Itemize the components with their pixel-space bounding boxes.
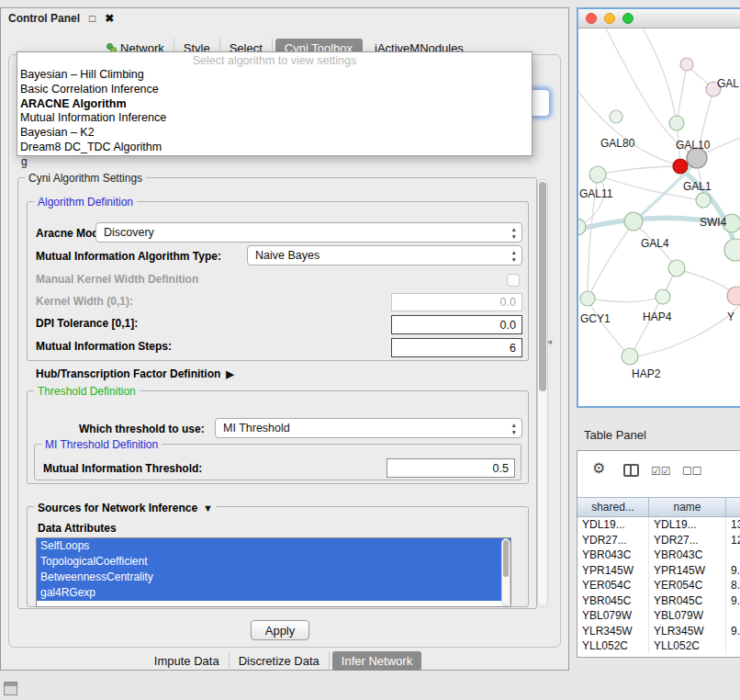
table-row[interactable]: YER054CYER054C8. bbox=[577, 578, 740, 593]
table-row[interactable]: YPR145WYPR145W9. bbox=[577, 563, 740, 579]
network-canvas[interactable]: GALGAL80GAL10GAL11GAL1SWI4GAL4GCY1HAP4YH… bbox=[578, 28, 740, 406]
network-node[interactable] bbox=[656, 289, 670, 304]
table-cell: YLL052C bbox=[577, 638, 649, 654]
close-icon[interactable]: ✖ bbox=[105, 12, 114, 25]
network-edge[interactable] bbox=[677, 66, 687, 123]
control-panel-titlebar[interactable]: Control Panel □ ✖ bbox=[1, 8, 568, 28]
network-node[interactable] bbox=[696, 193, 711, 208]
sources-toggle[interactable]: Sources for Network Inference ▼ bbox=[34, 501, 217, 515]
minimized-panel-icon[interactable] bbox=[4, 682, 17, 695]
network-node[interactable] bbox=[724, 239, 740, 261]
algorithm-option[interactable]: ARACNE Algorithm bbox=[17, 97, 532, 112]
data-attributes-label: Data Attributes bbox=[38, 522, 117, 535]
network-node[interactable] bbox=[578, 219, 586, 235]
kernel-width-label: Kernel Width (0,1): bbox=[36, 295, 133, 308]
popup-placeholder: Select algorithm to view settings bbox=[17, 53, 532, 68]
network-view-window: GALGAL80GAL10GAL11GAL1SWI4GAL4GCY1HAP4YH… bbox=[577, 7, 740, 408]
network-node[interactable] bbox=[622, 348, 638, 365]
table-cell: YBR045C bbox=[649, 593, 726, 609]
settings-scrollbar-thumb[interactable] bbox=[539, 182, 546, 391]
dpi-tolerance-field[interactable]: 0.0 bbox=[391, 315, 522, 334]
network-node[interactable] bbox=[669, 116, 684, 130]
network-node[interactable] bbox=[580, 291, 595, 306]
table-cell: 12 bbox=[726, 533, 740, 548]
mi-algorithm-type-label: Mutual Information Algorithm Type: bbox=[36, 250, 221, 263]
zoom-traffic-light-icon[interactable] bbox=[622, 13, 633, 24]
tab-infer-network[interactable]: Infer Network bbox=[332, 651, 421, 671]
table-row[interactable]: YBR043CYBR043C bbox=[577, 548, 740, 563]
table-cell: YBL079W bbox=[649, 608, 726, 624]
table-cell: YDL19... bbox=[649, 517, 726, 533]
tab-impute-data[interactable]: Impute Data bbox=[145, 651, 230, 671]
dpi-tolerance-label: DPI Tolerance [0,1]: bbox=[36, 317, 138, 330]
table-row[interactable]: YLL052CYLL052C bbox=[577, 638, 740, 654]
gear-icon[interactable]: ⚙ bbox=[592, 461, 605, 476]
column-header[interactable] bbox=[726, 498, 740, 516]
cyni-settings-title: Cyni Algorithm Settings bbox=[25, 172, 146, 185]
network-node[interactable] bbox=[673, 159, 688, 174]
algorithm-option[interactable]: Dream8 DC_TDC Algorithm bbox=[17, 141, 532, 155]
up-arrow-icon: ▲ bbox=[511, 422, 517, 429]
mi-threshold-field[interactable]: 0.5 bbox=[387, 458, 515, 478]
attribute-list-scrollbar[interactable] bbox=[501, 538, 510, 606]
which-threshold-select[interactable]: MI Threshold ▲ ▼ bbox=[215, 418, 522, 438]
network-edge[interactable] bbox=[589, 297, 662, 302]
network-node-label: GAL bbox=[717, 77, 739, 90]
apply-button[interactable]: Apply bbox=[251, 620, 309, 640]
settings-scrollbar[interactable] bbox=[537, 179, 548, 607]
attribute-item[interactable]: SelfLoops bbox=[37, 538, 510, 554]
network-node-label: SWI4 bbox=[700, 216, 727, 229]
network-node-label: GCY1 bbox=[580, 312, 611, 325]
network-node-label: GAL1 bbox=[683, 180, 712, 193]
attribute-item[interactable]: gal4RGexp bbox=[37, 585, 510, 601]
table-row[interactable]: YBR045CYBR045C9. bbox=[577, 593, 740, 609]
table-row[interactable]: YBL079WYBL079W bbox=[577, 608, 740, 624]
network-node[interactable] bbox=[727, 287, 740, 305]
network-edge[interactable] bbox=[598, 166, 680, 175]
minimize-traffic-light-icon[interactable] bbox=[604, 13, 615, 24]
attribute-item[interactable]: TopologicalCoefficient bbox=[37, 554, 510, 570]
network-node[interactable] bbox=[624, 212, 643, 231]
network-edge[interactable] bbox=[643, 28, 677, 122]
splitter-collapse-icon[interactable]: ◂ bbox=[547, 336, 552, 346]
network-node-label: HAP4 bbox=[643, 310, 672, 323]
algorithm-option[interactable]: Bayesian – K2 bbox=[17, 126, 532, 141]
network-edge[interactable] bbox=[677, 269, 735, 295]
network-node[interactable] bbox=[668, 260, 685, 277]
deselect-all-icon[interactable]: ☐☐ bbox=[682, 464, 702, 479]
table-row[interactable]: YDR27...YDR27...12 bbox=[577, 533, 740, 548]
column-header[interactable]: shared... bbox=[577, 498, 649, 516]
mi-algorithm-type-select[interactable]: Naive Bayes ▲ ▼ bbox=[247, 245, 522, 265]
network-window-titlebar[interactable] bbox=[578, 9, 740, 28]
network-edge[interactable] bbox=[589, 300, 629, 356]
manual-kernel-width-label: Manual Kernel Width Definition bbox=[36, 273, 198, 286]
algorithm-option[interactable]: Mutual Information Inference bbox=[17, 111, 532, 126]
network-node[interactable] bbox=[610, 110, 622, 123]
hub-definition-toggle[interactable]: Hub/Transcription Factor Definition ▶ bbox=[36, 367, 234, 381]
attribute-list[interactable]: SelfLoopsTopologicalCoefficientBetweenne… bbox=[36, 537, 511, 607]
algorithm-option[interactable]: Basic Correlation Inference bbox=[17, 83, 532, 97]
column-header[interactable]: name bbox=[649, 498, 726, 516]
network-node-label: GAL4 bbox=[641, 237, 669, 250]
table-panel-title: Table Panel bbox=[584, 428, 646, 442]
table-row[interactable]: YDL19...YDL19...13 bbox=[577, 517, 740, 533]
table-row[interactable]: YLR345WYLR345W9. bbox=[577, 624, 740, 639]
close-traffic-light-icon[interactable] bbox=[586, 13, 597, 24]
down-arrow-icon: ▼ bbox=[511, 233, 517, 241]
aracne-mode-select[interactable]: Discovery ▲ ▼ bbox=[95, 222, 522, 243]
threshold-definition-title: Threshold Definition bbox=[34, 385, 140, 398]
network-edge[interactable] bbox=[589, 222, 633, 298]
algorithm-option[interactable]: Bayesian – Hill Climbing bbox=[17, 68, 532, 83]
manual-kernel-width-checkbox bbox=[507, 274, 520, 287]
attribute-scrollbar-thumb[interactable] bbox=[503, 540, 509, 577]
float-window-icon[interactable]: □ bbox=[89, 12, 95, 25]
network-node[interactable] bbox=[680, 58, 693, 71]
select-all-icon[interactable]: ☑☑ bbox=[651, 464, 671, 479]
table-cell: YPR145W bbox=[577, 563, 649, 579]
network-edge[interactable] bbox=[578, 176, 604, 227]
network-node[interactable] bbox=[589, 166, 606, 183]
attribute-item[interactable]: BetweennessCentrality bbox=[37, 570, 510, 585]
mi-steps-field[interactable]: 6 bbox=[391, 338, 522, 357]
tab-discretize-data[interactable]: Discretize Data bbox=[230, 651, 330, 671]
columns-icon[interactable] bbox=[623, 464, 639, 477]
